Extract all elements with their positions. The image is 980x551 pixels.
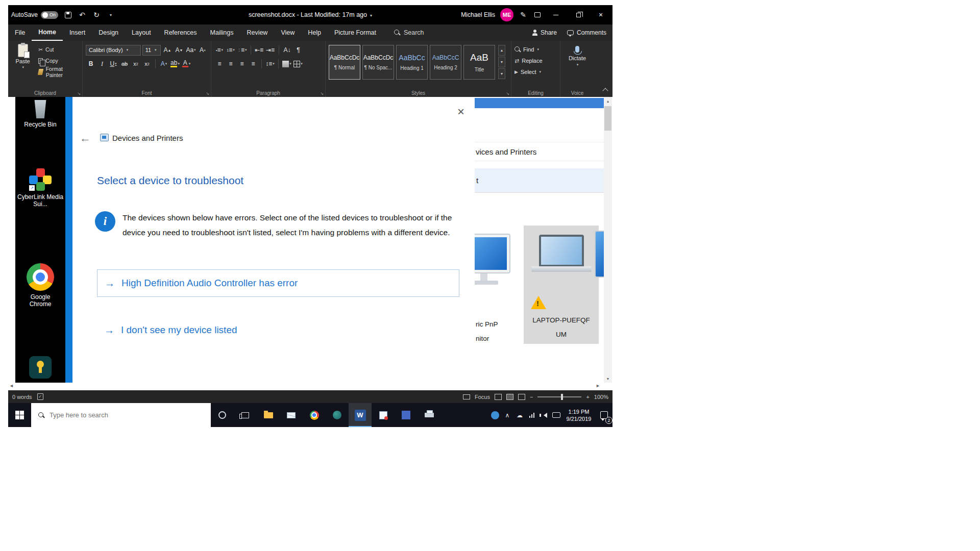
dictate-button[interactable]: Dictate ▾ (564, 46, 591, 67)
file-explorer-button[interactable] (257, 403, 280, 427)
styles-scroll-down-icon[interactable]: ▼ (498, 57, 505, 67)
zoom-in-button[interactable]: + (586, 394, 589, 400)
style-normal[interactable]: AaBbCcDc ¶ Normal (329, 45, 360, 80)
avatar[interactable]: ME (500, 8, 513, 21)
italic-button[interactable]: I (97, 59, 107, 69)
styles-dialog-launcher-icon[interactable]: ↘ (506, 91, 509, 96)
align-left-button[interactable]: ≡ (215, 59, 224, 69)
onedrive-button[interactable]: ☁ (513, 403, 526, 427)
tab-home[interactable]: Home (32, 24, 63, 41)
style-heading-1[interactable]: AaBbCc Heading 1 (396, 45, 428, 80)
horizontal-scrollbar[interactable]: ◄ ► (8, 383, 612, 390)
copy-button[interactable]: Copy (38, 56, 79, 65)
style-title[interactable]: AaB Title (463, 45, 495, 80)
styles-gallery-more-icon[interactable]: ▼ (498, 68, 505, 79)
devices-and-printers-button[interactable] (418, 403, 440, 427)
taskbar-clock[interactable]: 1:19 PM 9/21/2019 (562, 408, 595, 422)
option-high-definition-audio[interactable]: → High Definition Audio Controller has e… (97, 269, 459, 297)
zoom-level[interactable]: 100% (594, 394, 608, 400)
tab-insert[interactable]: Insert (63, 24, 92, 41)
app-blue-tile-button[interactable] (395, 403, 418, 427)
subscript-button[interactable]: x2 (131, 59, 140, 69)
tab-references[interactable]: References (158, 24, 204, 41)
font-dialog-launcher-icon[interactable]: ↘ (206, 91, 209, 96)
print-layout-icon[interactable] (506, 394, 513, 400)
autosave-toggle[interactable]: AutoSave On (11, 11, 58, 19)
minimize-button[interactable]: ─ (547, 7, 565, 22)
shrink-font-button[interactable]: A▼ (175, 45, 184, 55)
share-button[interactable]: Share (532, 29, 557, 36)
volume-button[interactable] (538, 403, 550, 427)
grow-font-button[interactable]: A▲ (163, 45, 172, 55)
ribbon-search[interactable]: Search (394, 24, 424, 41)
pen-mode-icon[interactable]: ✎ (519, 9, 528, 20)
restore-button[interactable] (570, 7, 587, 22)
scroll-down-icon[interactable]: ▼ (604, 374, 612, 383)
bold-button[interactable]: B (86, 59, 95, 69)
app-red-badge-button[interactable] (372, 403, 395, 427)
customize-qat-caret-icon[interactable]: ▾ (106, 9, 115, 20)
zoom-slider-thumb[interactable] (561, 394, 563, 400)
tray-app-button[interactable] (489, 403, 501, 427)
desktop-icon-recycle-bin[interactable]: Recycle Bin (15, 100, 65, 128)
toolbar-row[interactable]: t (475, 168, 604, 193)
circle-app-button[interactable] (326, 403, 349, 427)
format-painter-button[interactable]: Format Painter (38, 67, 79, 77)
vertical-scrollbar[interactable]: ▲ ▼ (604, 97, 612, 383)
cortana-button[interactable] (211, 403, 234, 427)
comments-button[interactable]: Comments (567, 29, 606, 36)
numbering-button[interactable]: 1≡▾ (226, 45, 235, 55)
paragraph-dialog-launcher-icon[interactable]: ↘ (320, 91, 324, 96)
scroll-right-icon[interactable]: ► (596, 383, 600, 388)
increase-indent-button[interactable]: ⇥≡ (266, 45, 275, 55)
search-input[interactable] (50, 411, 192, 419)
underline-button[interactable]: U▾ (109, 59, 118, 69)
font-name-combo[interactable]: Calibri (Body) ▾ (86, 45, 141, 56)
tab-file[interactable]: File (8, 24, 32, 41)
collapse-ribbon-icon[interactable] (602, 88, 608, 93)
scrollbar-thumb[interactable] (604, 106, 611, 131)
align-right-button[interactable]: ≡ (237, 59, 247, 69)
scroll-up-icon[interactable]: ▲ (604, 97, 612, 105)
font-size-combo[interactable]: 11 ▾ (142, 45, 161, 56)
dialog-close-button[interactable]: × (454, 105, 468, 118)
clipboard-dialog-launcher-icon[interactable]: ↘ (77, 91, 81, 96)
zoom-slider[interactable] (537, 396, 581, 397)
highlight-color-button[interactable]: ab▾ (170, 59, 180, 69)
find-button[interactable]: Find ▾ (514, 44, 557, 55)
task-view-button[interactable] (234, 403, 257, 427)
tab-picture-format[interactable]: Picture Format (328, 24, 383, 41)
chrome-button[interactable] (303, 403, 326, 427)
undo-button[interactable]: ↶ (78, 9, 87, 20)
action-center-button[interactable]: 2 (595, 403, 612, 427)
close-button[interactable]: × (592, 7, 609, 22)
proofing-icon[interactable]: ✓ (37, 393, 43, 400)
select-button[interactable]: ▶ Select ▾ (514, 66, 557, 78)
save-button[interactable] (63, 9, 72, 20)
shading-button[interactable]: ▾ (282, 59, 291, 69)
decrease-indent-button[interactable]: ⇤≡ (255, 45, 264, 55)
option-device-not-listed[interactable]: → I don't see my device listed (97, 316, 459, 344)
zoom-out-button[interactable]: − (530, 394, 533, 400)
mail-button[interactable] (280, 403, 303, 427)
text-effects-button[interactable]: A▾ (159, 59, 168, 69)
replace-button[interactable]: ⇄ Replace (514, 55, 557, 66)
superscript-button[interactable]: x2 (142, 59, 152, 69)
redo-button[interactable]: ↻ (92, 9, 101, 20)
focus-label[interactable]: Focus (475, 394, 490, 400)
desktop-icon-partial-app[interactable] (15, 356, 65, 379)
user-name[interactable]: Michael Ellis (461, 11, 495, 18)
show-formatting-marks-button[interactable]: ¶ (294, 45, 303, 55)
sort-button[interactable]: A↓ (283, 45, 292, 55)
device-monitor[interactable] (475, 234, 510, 285)
tab-review[interactable]: Review (240, 24, 274, 41)
device-laptop[interactable]: LAPTOP-PUEFQF UM (524, 226, 599, 344)
strikethrough-button[interactable]: ab (120, 59, 129, 69)
justify-button[interactable]: ≡ (249, 59, 258, 69)
ribbon-display-options-button[interactable] (533, 9, 542, 20)
borders-button[interactable]: ▾ (293, 59, 303, 69)
read-mode-icon[interactable] (495, 394, 502, 400)
desktop-icon-cyberlink[interactable]: ↗ CyberLink Media Sui... (15, 168, 65, 208)
breadcrumb[interactable]: vices and Printers (475, 142, 604, 161)
style-no-spacing[interactable]: AaBbCcDc ¶ No Spac... (362, 45, 394, 80)
